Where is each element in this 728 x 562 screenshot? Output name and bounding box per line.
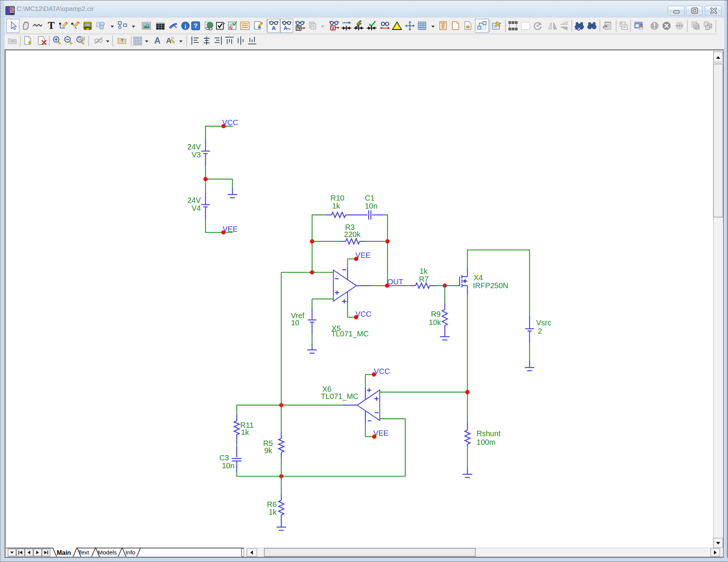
- svg-text:VCC: VCC: [374, 367, 390, 375]
- svg-text:Main: Main: [57, 549, 71, 556]
- svg-text:10: 10: [291, 318, 299, 327]
- svg-text:X4: X4: [473, 273, 482, 281]
- svg-text:VEE: VEE: [355, 251, 370, 259]
- svg-text:VEE: VEE: [373, 429, 388, 437]
- svg-text:24V: 24V: [187, 196, 201, 204]
- svg-text:100: 100: [80, 38, 84, 40]
- svg-text:V3: V3: [191, 150, 201, 159]
- svg-text:R6: R6: [267, 500, 277, 508]
- svg-text:Info: Info: [126, 549, 135, 556]
- svg-text:R10: R10: [330, 193, 344, 202]
- svg-text:10n: 10n: [222, 461, 234, 469]
- svg-text:1k: 1k: [268, 507, 277, 516]
- svg-text:C1: C1: [365, 193, 375, 202]
- svg-text:R7: R7: [419, 275, 428, 283]
- svg-text:A: A: [284, 25, 287, 31]
- svg-text:A: A: [272, 25, 276, 31]
- svg-text:C3: C3: [219, 453, 229, 462]
- svg-text:VCC: VCC: [222, 118, 238, 126]
- svg-text:T: T: [48, 20, 55, 31]
- svg-text:100m: 100m: [476, 438, 495, 446]
- svg-text:1k: 1k: [419, 267, 428, 275]
- svg-text:TL071_MC: TL071_MC: [331, 330, 369, 338]
- svg-text:9k: 9k: [264, 446, 272, 455]
- svg-text:IRFP250N: IRFP250N: [473, 281, 508, 289]
- svg-text:10n: 10n: [365, 201, 377, 210]
- svg-text:220k: 220k: [344, 230, 361, 238]
- svg-text:A: A: [154, 36, 161, 46]
- svg-text:Vsrc: Vsrc: [536, 319, 551, 327]
- svg-text:TL071_MC: TL071_MC: [321, 392, 358, 401]
- svg-text:VCC: VCC: [355, 309, 371, 318]
- svg-text:V: V: [331, 26, 334, 30]
- svg-text:1k: 1k: [332, 201, 340, 210]
- svg-text:?: ?: [194, 23, 198, 29]
- svg-text:1k: 1k: [241, 428, 249, 436]
- svg-text:N: N: [297, 25, 300, 31]
- svg-text:R9: R9: [431, 310, 441, 318]
- svg-text:Text: Text: [78, 549, 89, 556]
- svg-text:V4: V4: [191, 204, 201, 212]
- svg-text:Models: Models: [98, 549, 117, 556]
- svg-text:10k: 10k: [428, 318, 441, 326]
- svg-text:i: i: [185, 23, 187, 30]
- svg-text:Rshunt: Rshunt: [476, 429, 500, 437]
- svg-text:VEE: VEE: [222, 224, 237, 233]
- svg-text:24V: 24V: [187, 142, 201, 151]
- svg-text:2: 2: [538, 327, 542, 335]
- svg-text:OUT: OUT: [387, 277, 403, 286]
